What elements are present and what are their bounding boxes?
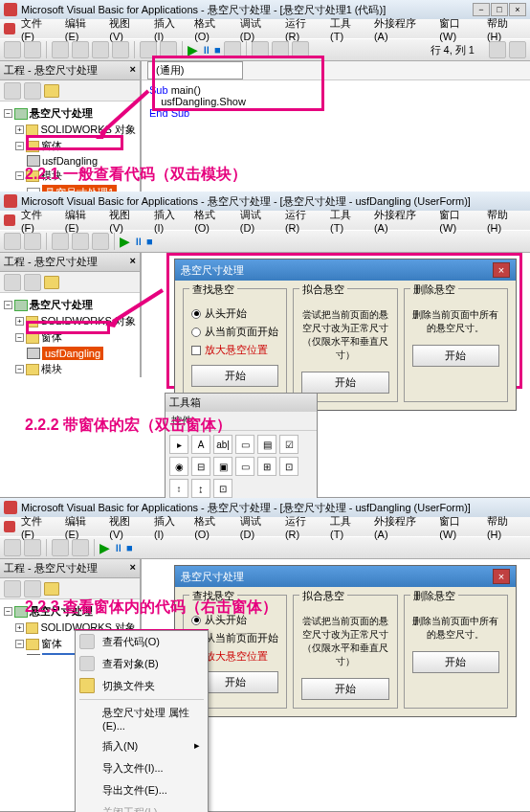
menu-run[interactable]: 运行(R) [281,14,324,44]
menu-format[interactable]: 格式(O) [190,512,234,542]
menu-edit[interactable]: 编辑(E) [61,512,104,542]
panel-close-icon[interactable]: × [130,561,136,575]
tool-b[interactable] [272,41,289,58]
view-code-icon[interactable] [4,274,21,291]
tool-undo[interactable] [140,41,157,58]
menu-addins[interactable]: 外接程序(A) [370,512,433,542]
tool-2[interactable] [24,233,41,250]
view-code-icon[interactable] [4,82,21,100]
radio-from-start[interactable]: 从头开始 [191,304,278,323]
folder-icon[interactable] [44,276,59,289]
menu-file[interactable]: 文件(F) [17,512,59,542]
menu-debug[interactable]: 调试(D) [236,206,279,236]
tool-y[interactable] [509,41,526,58]
stop-icon[interactable]: ■ [214,44,221,56]
tool-1[interactable] [4,539,21,556]
tree-sw[interactable]: SOLIDWORKS 对象 [40,314,136,328]
menu-help[interactable]: 帮助(H) [483,206,526,236]
menu-insert[interactable]: 插入(I) [150,206,188,236]
project-tree[interactable]: −悬空尺寸处理 +SOLIDWORKS 对象 −窗体 usfDangling −… [0,293,140,377]
menu-run[interactable]: 运行(R) [281,512,324,542]
tree-sw[interactable]: SOLIDWORKS 对象 [40,123,136,137]
expand-icon[interactable]: − [4,607,12,616]
start-button-3[interactable]: 开始 [412,651,499,673]
ctx-insert[interactable]: 插入(N)▸ [76,735,208,757]
tool-multi[interactable]: ⊡ [279,457,298,476]
tool-5[interactable] [92,233,109,250]
tool-design[interactable] [224,41,241,58]
pause-icon[interactable]: ⏸ [133,236,144,247]
menu-format[interactable]: 格式(O) [190,14,234,44]
pause-icon[interactable]: ⏸ [201,44,211,56]
expand-icon[interactable]: + [15,317,24,326]
radio-from-current[interactable]: 从当前页面开始 [191,323,278,341]
expand-icon[interactable]: − [15,640,24,648]
expand-icon[interactable]: − [4,301,12,309]
checkbox-zoom[interactable]: 放大悬空位置 [191,341,278,359]
pause-icon[interactable]: ⏸ [113,542,123,553]
tool-tab[interactable]: ⊞ [257,457,276,476]
expand-icon[interactable]: + [15,125,24,134]
menu-tools[interactable]: 工具(T) [326,512,368,542]
start-button-2[interactable]: 开始 [301,678,388,700]
tool-2[interactable] [24,41,41,58]
tool-a[interactable] [252,41,269,58]
tool-paste[interactable] [92,41,109,58]
tool-option[interactable]: ◉ [169,457,188,476]
run-icon[interactable]: ▶ [99,540,110,555]
panel-close-icon[interactable]: × [130,63,136,78]
run-icon[interactable]: ▶ [120,234,130,249]
menu-file[interactable]: 文件(F) [17,206,59,236]
tool-copy[interactable] [72,41,89,58]
ctx-view-code[interactable]: 查看代码(O) [76,631,208,653]
menu-run[interactable]: 运行(R) [281,206,324,236]
tool-1[interactable] [4,233,21,250]
ctx-view-object[interactable]: 查看对象(B) [76,653,208,675]
menu-window[interactable]: 窗口(W) [435,14,481,44]
menu-edit[interactable]: 编辑(E) [61,14,104,44]
form-close-icon[interactable]: × [493,569,510,584]
menu-insert[interactable]: 插入(I) [150,14,188,44]
menu-help[interactable]: 帮助(H) [483,14,526,44]
menu-window[interactable]: 窗口(W) [435,512,481,542]
menu-tools[interactable]: 工具(T) [326,206,368,236]
ctx-import[interactable]: 导入文件(I)... [76,757,208,779]
tool-scroll[interactable]: ↕ [169,479,188,498]
ctx-properties[interactable]: 悬空尺寸处理 属性(E)... [76,702,208,735]
start-button-2[interactable]: 开始 [301,372,388,394]
tool-3[interactable] [52,539,69,556]
tree-root[interactable]: 悬空尺寸处理 [30,298,93,312]
menu-view[interactable]: 视图(V) [105,512,148,542]
tree-forms[interactable]: 窗体 [41,330,62,345]
menu-help[interactable]: 帮助(H) [483,512,526,542]
tool-list[interactable]: ▤ [257,435,276,454]
tool-c[interactable] [292,41,309,58]
expand-icon[interactable]: − [4,109,12,118]
menu-window[interactable]: 窗口(W) [435,206,481,236]
tool-2[interactable] [24,539,41,556]
tool-x[interactable] [489,41,506,58]
menu-debug[interactable]: 调试(D) [236,14,279,44]
tool-frame[interactable]: ▣ [213,457,232,476]
panel-close-icon[interactable]: × [130,255,136,269]
tool-spin[interactable]: ↨ [191,479,210,498]
menu-view[interactable]: 视图(V) [105,206,148,236]
tree-forms[interactable]: 窗体 [41,637,62,651]
tool-3[interactable] [52,233,69,250]
form-designer[interactable]: 悬空尺寸处理 × 查找悬空 从头开始 从当前页面开始 放大悬空位置 开始 拟合悬… [174,565,517,717]
object-dropdown[interactable]: (通用) [147,61,243,79]
tool-check[interactable]: ☑ [279,435,298,454]
tool-image[interactable]: ⊡ [213,479,232,498]
expand-icon[interactable]: + [15,623,24,632]
tool-4[interactable] [72,539,89,556]
tree-form1[interactable]: usfDangling [42,347,103,360]
start-button-3[interactable]: 开始 [412,345,499,367]
tool-4[interactable] [72,233,89,250]
folder-icon[interactable] [44,84,59,98]
view-obj-icon[interactable] [24,82,41,100]
ctx-export[interactable]: 导出文件(E)... [76,779,208,801]
tree-modules[interactable]: 模块 [41,362,62,376]
menu-edit[interactable]: 编辑(E) [61,206,104,236]
menu-format[interactable]: 格式(O) [190,206,234,236]
form-close-icon[interactable]: × [493,262,510,278]
